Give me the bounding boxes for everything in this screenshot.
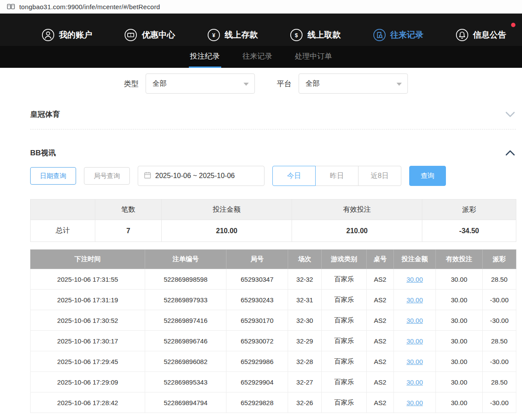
cell-round_no: 652930347 <box>226 269 288 290</box>
cell-bet_time: 2025-10-06 17:31:55 <box>31 269 145 290</box>
summary-header-bet-amount: 投注金额 <box>162 200 292 220</box>
cell-round_no: 652929904 <box>226 372 288 392</box>
yesterday-button[interactable]: 昨日 <box>315 166 358 186</box>
bet-amount-link[interactable]: 30.00 <box>407 296 423 304</box>
cell-order_no: 522869895343 <box>145 372 226 392</box>
section-crown-sports[interactable]: 皇冠体育 <box>30 109 516 130</box>
cell-table_no: AS2 <box>367 310 394 331</box>
platform-select-value: 全部 <box>306 79 320 88</box>
browser-address-bar[interactable]: tongbao31.com:9900/infe/mcenter/#/betRec… <box>0 0 522 14</box>
nav-label: 信息公告 <box>473 29 506 41</box>
nav-item-promo-center[interactable]: 优惠中心 <box>124 28 175 42</box>
summary-table: 笔数 投注金额 有效投注 派彩 总计 7 210.00 210.00 -34.5… <box>30 199 516 242</box>
summary-valid-bet: 210.00 <box>292 220 422 242</box>
cell-session: 32-30 <box>288 310 322 331</box>
cell-bet_time: 2025-10-06 17:31:19 <box>31 290 145 310</box>
svg-text:$: $ <box>295 32 298 38</box>
screen: tongbao31.com:9900/infe/mcenter/#/betRec… <box>0 0 522 420</box>
bet-amount-link[interactable]: 30.00 <box>407 399 423 406</box>
cell-game_type: 百家乐 <box>322 392 367 413</box>
nav-item-transaction-records[interactable]: 往来记录 <box>373 28 424 42</box>
cell-session: 32-31 <box>288 290 322 310</box>
nav-label: 线上取款 <box>307 29 341 41</box>
search-button[interactable]: 查询 <box>409 166 446 186</box>
summary-header-payout: 派彩 <box>422 200 516 220</box>
cell-table_no: AS2 <box>367 351 394 372</box>
cell-payout: 28.50 <box>483 269 516 290</box>
bet-amount-link[interactable]: 30.00 <box>407 378 423 386</box>
main-nav: 我的账户优惠中心¥线上存款$线上取款往来记录信息公告 <box>0 14 522 46</box>
nav-item-my-account[interactable]: 我的账户 <box>42 28 92 42</box>
cell-bet_amount: 30.00 <box>394 351 436 372</box>
cell-table_no: AS2 <box>367 269 394 290</box>
tab-transaction-records[interactable]: 往来记录 <box>241 46 274 68</box>
type-select-value: 全部 <box>153 79 167 88</box>
cell-order_no: 522869898598 <box>145 269 226 290</box>
calendar-icon <box>144 172 151 181</box>
cell-bet_time: 2025-10-06 17:29:09 <box>31 372 145 392</box>
nav-item-online-withdraw[interactable]: $线上取款 <box>290 28 341 42</box>
quick-range-group: 今日 昨日 近8日 <box>272 166 401 186</box>
date-range-value: 2025-10-06 ~ 2025-10-06 <box>155 172 235 180</box>
date-query-button[interactable]: 日期查询 <box>30 167 76 185</box>
cell-bet_time: 2025-10-06 17:30:52 <box>31 310 145 331</box>
deposit-icon: ¥ <box>207 28 220 42</box>
table-row: 2025-10-06 17:29:09522869895343652929904… <box>31 372 516 392</box>
cell-valid_bet: 30.00 <box>436 351 483 372</box>
column-header-valid_bet: 有效投注 <box>436 250 483 269</box>
cell-round_no: 652930170 <box>226 310 288 331</box>
filter-row: 类型 全部 平台 全部 <box>124 74 516 94</box>
bet-amount-link[interactable]: 30.00 <box>407 337 423 345</box>
url-text[interactable]: tongbao31.com:9900/infe/mcenter/#/betRec… <box>19 3 160 10</box>
cell-valid_bet: 30.00 <box>436 392 483 413</box>
column-header-bet_time: 下注时间 <box>31 250 145 269</box>
cell-session: 32-27 <box>288 372 322 392</box>
nav-item-announcements[interactable]: 信息公告 <box>456 28 506 42</box>
column-header-game_type: 游戏类别 <box>322 250 367 269</box>
coupon-icon <box>124 28 137 42</box>
platform-select[interactable]: 全部 <box>299 74 408 94</box>
cell-game_type: 百家乐 <box>322 269 367 290</box>
cell-order_no: 522869897416 <box>145 310 226 331</box>
section-title: BB视讯 <box>30 148 56 158</box>
cell-order_no: 522869896746 <box>145 331 226 351</box>
cell-game_type: 百家乐 <box>322 372 367 392</box>
type-select[interactable]: 全部 <box>146 74 255 94</box>
chevron-down-icon <box>244 83 249 86</box>
summary-count: 7 <box>95 220 162 242</box>
cell-game_type: 百家乐 <box>322 331 367 351</box>
bet-amount-link[interactable]: 30.00 <box>407 358 423 365</box>
bet-amount-link[interactable]: 30.00 <box>407 317 423 324</box>
tab-pending-orders[interactable]: 处理中订单 <box>294 46 334 68</box>
last-8-days-button[interactable]: 近8日 <box>358 166 401 186</box>
tab-bet-records[interactable]: 投注纪录 <box>189 46 221 68</box>
section-bb-video[interactable]: BB视讯 <box>30 148 516 158</box>
svg-text:¥: ¥ <box>212 32 215 38</box>
cell-session: 32-29 <box>288 331 322 351</box>
cell-bet_time: 2025-10-06 17:29:45 <box>31 351 145 372</box>
table-row: 2025-10-06 17:29:45522869896082652929986… <box>31 351 516 372</box>
round-query-button[interactable]: 局号查询 <box>84 167 130 185</box>
nav-item-online-deposit[interactable]: ¥线上存款 <box>207 28 258 42</box>
summary-header-valid-bet: 有效投注 <box>292 200 422 220</box>
summary-total-label: 总计 <box>31 220 95 242</box>
chevron-up-icon[interactable] <box>505 150 516 156</box>
summary-total-row: 总计 7 210.00 210.00 -34.50 <box>31 220 516 242</box>
summary-header-empty <box>31 200 95 220</box>
cell-bet_time: 2025-10-06 17:30:17 <box>31 331 145 351</box>
bet-amount-link[interactable]: 30.00 <box>407 276 423 283</box>
withdraw-icon: $ <box>290 28 303 42</box>
chevron-down-icon[interactable] <box>505 112 516 117</box>
cell-payout: -30.00 <box>483 290 516 310</box>
today-button[interactable]: 今日 <box>272 166 316 186</box>
type-filter-label: 类型 <box>124 79 139 89</box>
table-header-row: 下注时间注单编号局号场次游戏类别桌号投注金额有效投注派彩 <box>31 250 516 269</box>
nav-label: 优惠中心 <box>142 29 175 41</box>
column-header-session: 场次 <box>288 250 322 269</box>
cell-table_no: AS2 <box>367 392 394 413</box>
browser-site-icon[interactable] <box>7 3 15 10</box>
date-range-picker[interactable]: 2025-10-06 ~ 2025-10-06 <box>138 166 264 186</box>
platform-filter-label: 平台 <box>277 79 292 89</box>
cell-session: 32-28 <box>288 351 322 372</box>
cell-order_no: 522869896082 <box>145 351 226 372</box>
